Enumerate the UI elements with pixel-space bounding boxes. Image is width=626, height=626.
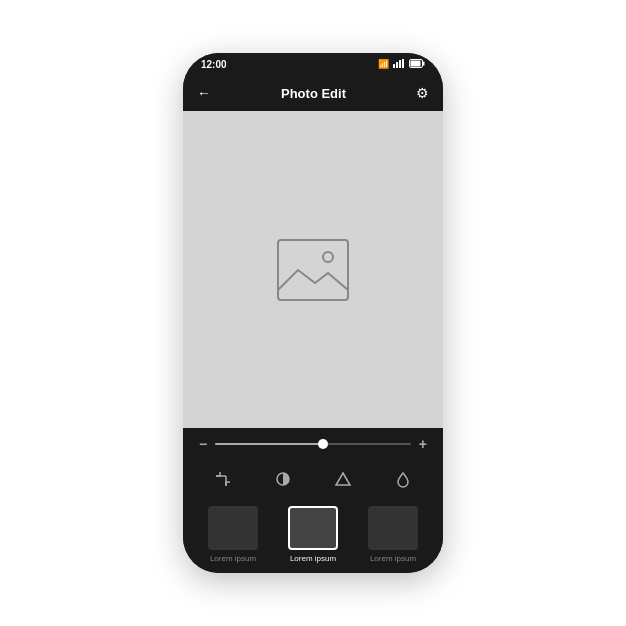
- filter-thumb-3: [368, 506, 418, 550]
- back-button[interactable]: ←: [197, 85, 211, 101]
- signal-icon: [393, 59, 405, 70]
- status-icons: 📶: [378, 59, 425, 70]
- filter-item-1[interactable]: Lorem ipsum: [208, 506, 258, 563]
- header: ← Photo Edit ⚙: [183, 75, 443, 111]
- filter-thumb-1: [208, 506, 258, 550]
- slider-fill: [215, 443, 323, 445]
- slider-minus[interactable]: −: [199, 436, 207, 452]
- svg-rect-5: [411, 60, 421, 66]
- svg-rect-3: [402, 59, 404, 68]
- svg-rect-2: [399, 60, 401, 68]
- slider-track[interactable]: [215, 443, 411, 445]
- svg-rect-0: [393, 64, 395, 68]
- crop-tool[interactable]: [205, 464, 241, 494]
- wifi-icon: 📶: [378, 59, 389, 69]
- svg-rect-1: [396, 62, 398, 68]
- filter-thumb-2: [288, 506, 338, 550]
- page-title: Photo Edit: [281, 86, 346, 101]
- settings-button[interactable]: ⚙: [416, 85, 429, 101]
- tools-row: [183, 458, 443, 500]
- svg-point-8: [323, 252, 333, 262]
- water-tool[interactable]: [385, 464, 421, 494]
- filter-label-1: Lorem ipsum: [210, 554, 256, 563]
- svg-marker-12: [336, 473, 350, 485]
- filter-item-3[interactable]: Lorem ipsum: [368, 506, 418, 563]
- filter-label-2: Lorem ipsum: [290, 554, 336, 563]
- battery-icon: [409, 59, 425, 70]
- filter-label-3: Lorem ipsum: [370, 554, 416, 563]
- image-area: [183, 111, 443, 428]
- slider-thumb[interactable]: [318, 439, 328, 449]
- filter-row: Lorem ipsum Lorem ipsum Lorem ipsum: [183, 500, 443, 573]
- status-time: 12:00: [201, 59, 227, 70]
- image-placeholder: [273, 235, 353, 305]
- filter-item-2[interactable]: Lorem ipsum: [288, 506, 338, 563]
- brightness-tool[interactable]: [325, 464, 361, 494]
- status-bar: 12:00 📶: [183, 53, 443, 75]
- slider-section: − +: [183, 428, 443, 458]
- svg-rect-6: [423, 61, 425, 65]
- slider-plus[interactable]: +: [419, 436, 427, 452]
- contrast-tool[interactable]: [265, 464, 301, 494]
- phone-frame: 12:00 📶 ← Photo Edit: [183, 53, 443, 573]
- svg-rect-7: [278, 240, 348, 300]
